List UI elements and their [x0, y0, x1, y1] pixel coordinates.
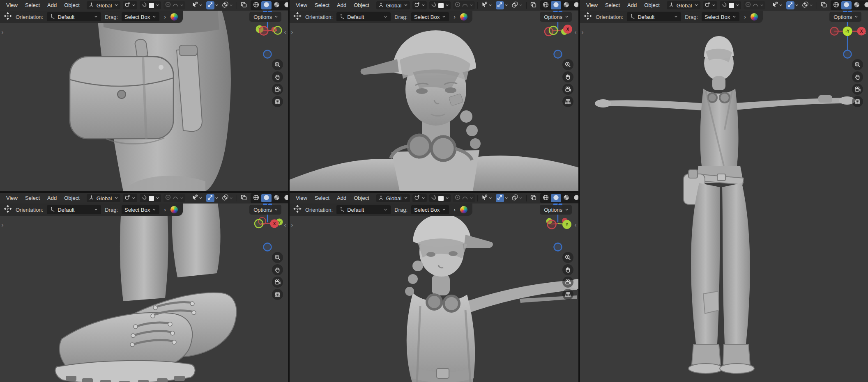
toolbar-expand-icon[interactable]: ›: [743, 14, 747, 20]
chevron-down-icon[interactable]: [504, 2, 509, 9]
ortho-grid-button[interactable]: [562, 95, 574, 108]
toolbar-expand-icon[interactable]: ›: [163, 14, 167, 20]
toolbar-expand-icon[interactable]: ›: [453, 206, 456, 213]
options-dropdown[interactable]: Options: [540, 12, 572, 22]
chevron-down-icon[interactable]: [214, 2, 219, 9]
menu-select[interactable]: Select: [21, 0, 44, 11]
menu-view[interactable]: View: [2, 0, 21, 11]
toolbar-expand-icon[interactable]: ›: [581, 30, 584, 35]
camera-view-button[interactable]: [271, 276, 283, 288]
active-tool-icon[interactable]: [293, 12, 302, 22]
shading-solid-button[interactable]: [551, 194, 561, 202]
toolbar-expand-icon[interactable]: ›: [163, 206, 167, 213]
shading-material-button[interactable]: [272, 1, 282, 9]
shading-solid-button[interactable]: [261, 1, 272, 9]
toolbar-expand-icon[interactable]: ›: [291, 222, 293, 228]
menu-view[interactable]: View: [2, 193, 21, 204]
shading-material-button[interactable]: [561, 1, 571, 9]
pan-hand-button[interactable]: [851, 71, 863, 83]
pan-hand-button[interactable]: [562, 71, 574, 83]
proportional-editing-controls[interactable]: [163, 194, 185, 202]
active-tool-icon[interactable]: [293, 205, 302, 215]
shading-rendered-button[interactable]: [862, 1, 868, 9]
shading-wireframe-button[interactable]: [541, 1, 551, 9]
proportional-editing-icon[interactable]: [454, 1, 461, 9]
pivot-point-dropdown[interactable]: [412, 194, 427, 202]
falloff-curve-icon[interactable]: [172, 194, 179, 202]
visibility-filter-dropdown[interactable]: [191, 1, 204, 9]
snap-magnet-icon[interactable]: [431, 194, 437, 202]
viewport-top-left-bag-closeup[interactable]: View Select Add Object Global: [0, 0, 288, 191]
ortho-grid-button[interactable]: [851, 95, 863, 108]
menu-view[interactable]: View: [583, 0, 601, 11]
transform-orientation-dropdown[interactable]: Global: [87, 1, 121, 9]
snap-increment-icon[interactable]: [149, 3, 154, 8]
overlays-toggle[interactable]: [221, 194, 234, 202]
snap-magnet-icon[interactable]: [141, 194, 147, 202]
show-gizmo-toggle[interactable]: [206, 194, 214, 202]
proportional-editing-controls[interactable]: [453, 1, 475, 9]
snapping-controls[interactable]: [720, 1, 741, 9]
options-dropdown[interactable]: Options: [829, 12, 861, 22]
ortho-grid-button[interactable]: [562, 288, 574, 300]
falloff-curve-icon[interactable]: [172, 1, 179, 9]
snap-increment-icon[interactable]: [149, 196, 154, 201]
viewport-canvas-head[interactable]: [290, 11, 578, 191]
zoom-button[interactable]: [851, 58, 863, 71]
proportional-editing-icon[interactable]: [165, 1, 171, 9]
orientation-dropdown[interactable]: Default: [627, 12, 681, 21]
toolbar-expand-icon[interactable]: ›: [453, 14, 456, 20]
shading-material-button[interactable]: [852, 1, 862, 9]
menu-select[interactable]: Select: [601, 0, 624, 11]
toolbar-expand-icon[interactable]: ›: [1, 30, 4, 35]
overlays-toggle[interactable]: [511, 194, 524, 202]
shading-wireframe-button[interactable]: [251, 1, 261, 9]
show-gizmo-toggle[interactable]: [786, 1, 794, 9]
xray-toggle[interactable]: [239, 1, 248, 9]
proportional-editing-icon[interactable]: [454, 194, 461, 202]
shading-solid-button[interactable]: [261, 194, 272, 202]
viewport-right-full-body[interactable]: View Select Add Object Global: [580, 0, 868, 382]
shading-wireframe-button[interactable]: [831, 1, 841, 9]
active-tool-icon[interactable]: [584, 12, 592, 22]
orientation-dropdown[interactable]: Default: [336, 205, 391, 214]
active-tool-icon[interactable]: [4, 205, 12, 215]
camera-view-button[interactable]: [562, 276, 574, 288]
snapping-controls[interactable]: [140, 1, 161, 9]
transform-orientation-dropdown[interactable]: Global: [376, 194, 410, 202]
options-dropdown[interactable]: Options: [249, 12, 281, 22]
pan-hand-button[interactable]: [271, 71, 283, 83]
menu-select[interactable]: Select: [311, 0, 333, 11]
shading-solid-button[interactable]: [841, 1, 852, 9]
show-gizmo-toggle[interactable]: [496, 194, 504, 202]
menu-select[interactable]: Select: [21, 193, 44, 204]
drag-dropdown[interactable]: Select Box: [122, 205, 159, 214]
xray-toggle[interactable]: [529, 1, 538, 9]
transform-orientation-dropdown[interactable]: Global: [87, 194, 121, 202]
snap-increment-icon[interactable]: [729, 3, 734, 8]
toolbar-expand-icon[interactable]: ›: [1, 222, 4, 228]
toolbar-expand-icon[interactable]: ›: [291, 30, 293, 35]
xray-toggle[interactable]: [529, 194, 538, 202]
drag-dropdown[interactable]: Select Box: [411, 12, 449, 21]
chevron-down-icon[interactable]: [214, 194, 219, 202]
menu-view[interactable]: View: [292, 193, 311, 204]
shading-wireframe-button[interactable]: [541, 194, 551, 202]
visibility-filter-dropdown[interactable]: [771, 1, 784, 9]
ortho-grid-button[interactable]: [271, 95, 283, 108]
menu-object[interactable]: Object: [640, 0, 663, 11]
menu-add[interactable]: Add: [333, 0, 350, 11]
pivot-point-dropdown[interactable]: [412, 1, 427, 9]
pan-hand-button[interactable]: [271, 263, 283, 276]
visibility-filter-dropdown[interactable]: [480, 1, 493, 9]
drag-dropdown[interactable]: Select Box: [122, 12, 159, 21]
viewport-canvas-bag[interactable]: [0, 11, 288, 191]
drag-dropdown[interactable]: Select Box: [702, 12, 739, 21]
menu-add[interactable]: Add: [44, 0, 60, 11]
matcap-ball-icon[interactable]: [751, 13, 758, 21]
matcap-ball-icon[interactable]: [460, 206, 467, 213]
proportional-editing-controls[interactable]: [453, 194, 475, 202]
pivot-point-dropdown[interactable]: [123, 1, 137, 9]
proportional-editing-icon[interactable]: [165, 194, 171, 202]
menu-object[interactable]: Object: [60, 0, 83, 11]
